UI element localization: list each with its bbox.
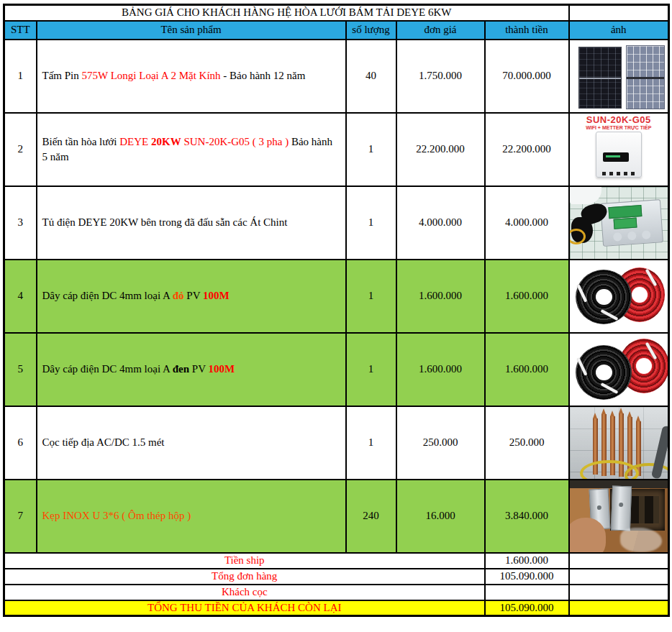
product-qty: 240 (346, 480, 396, 553)
product-qty: 1 (346, 113, 396, 186)
product-name-part: Biến tần hòa lưới (42, 136, 120, 147)
product-name-part: PV (184, 290, 203, 301)
inox-clamp-plate (610, 485, 631, 531)
product-unit-price: 4.000.000 (396, 186, 485, 260)
product-total: 1.600.000 (485, 333, 569, 406)
electrical-box-image (570, 187, 668, 259)
column-header-stt: STT (4, 21, 37, 40)
product-unit-price: 1.600.000 (396, 333, 485, 406)
summary-total (485, 585, 569, 600)
product-total: 3.840.000 (485, 480, 569, 553)
inverter-image: SUN-20K-G05 WIFI + METTER TRỰC TIẾP (570, 114, 668, 186)
summary-label: Khách cọc (4, 585, 485, 600)
summary-label: Tổng đơn hàng (4, 569, 485, 585)
summary-row: Tiền ship1.600.000 (4, 553, 669, 569)
inverter-ports (602, 172, 635, 175)
plastic-wrap (620, 528, 662, 552)
summary-total: 1.600.000 (485, 553, 569, 569)
column-header-image: ảnh (569, 21, 669, 40)
summary-row: TỔNG THU TIỀN CỦA KHÁCH CÒN LẠI105.090.0… (4, 600, 669, 616)
product-name-part: 20KW (151, 136, 181, 147)
row-index: 5 (4, 333, 37, 406)
row-index: 6 (4, 406, 37, 480)
title-row: BẢNG GIÁ CHO KHÁCH HÀNG HỆ HÒA LƯỚI BÁM … (4, 5, 669, 21)
product-unit-price: 22.200.000 (396, 113, 485, 186)
product-total: 1.600.000 (485, 260, 569, 333)
product-total: 70.000.000 (485, 40, 569, 113)
row-index: 4 (4, 260, 37, 333)
product-name-part: Dây cáp điện DC 4mm loại A (42, 290, 173, 301)
product-name-part: - Bảo hành 12 năm (221, 70, 306, 81)
solar-panel-dark (578, 47, 622, 109)
price-quote-page: BẢNG GIÁ CHO KHÁCH HÀNG HỆ HÒA LƯỚI BÁM … (0, 0, 672, 632)
summary-row: Tổng đơn hàng105.090.000 (4, 569, 669, 585)
product-name-part: PV (189, 363, 208, 375)
row-index: 1 (4, 40, 37, 113)
product-qty: 40 (346, 40, 396, 113)
product-name-part: SUN-20K-G05 ( 3 pha ) (181, 136, 291, 147)
product-image-cell (569, 406, 669, 480)
product-image-cell (569, 480, 669, 553)
price-table: BẢNG GIÁ CHO KHÁCH HÀNG HỆ HÒA LƯỚI BÁM … (3, 4, 670, 617)
summary-image-cell (569, 600, 669, 616)
page-title: BẢNG GIÁ CHO KHÁCH HÀNG HỆ HÒA LƯỚI BÁM … (4, 5, 569, 21)
product-name-part: Dây cáp điện DC 4mm loại A (42, 363, 173, 375)
solar-panels-image (570, 40, 668, 112)
product-qty: 1 (346, 406, 396, 480)
product-name: Kẹp INOX U 3*6 ( Ôm thép hộp ) (37, 480, 346, 553)
product-name: Cọc tiếp địa AC/DC 1.5 mét (37, 406, 346, 480)
product-image-cell: SUN-20K-G05 WIFI + METTER TRỰC TIẾP (569, 113, 669, 186)
column-header-unit-price: đơn giá (396, 21, 485, 40)
product-name: Dây cáp điện DC 4mm loại A đen PV 100M (37, 333, 346, 406)
table-row: 7Kẹp INOX U 3*6 ( Ôm thép hộp )24016.000… (4, 480, 669, 553)
product-unit-price: 16.000 (396, 480, 485, 553)
product-qty: 1 (346, 260, 396, 333)
row-index: 2 (4, 113, 37, 186)
table-row: 5Dây cáp điện DC 4mm loại A đen PV 100M1… (4, 333, 669, 406)
summary-image-cell (569, 553, 669, 569)
column-header-product: Tên sản phẩm (37, 21, 346, 40)
product-name-part: Tấm Pin (42, 70, 82, 81)
header-row: STT Tên sản phẩm số lượng đơn giá thành … (4, 21, 669, 40)
row-index: 3 (4, 186, 37, 260)
product-name-part: 100M (203, 290, 230, 301)
product-name-part: Cọc tiếp địa AC/DC 1.5 mét (42, 436, 165, 448)
product-name-part: đen (173, 363, 189, 375)
product-unit-price: 1.750.000 (396, 40, 485, 113)
hand (570, 518, 606, 552)
product-name-part: DEYE (119, 136, 151, 147)
product-name: Biến tần hòa lưới DEYE 20KW SUN-20K-G05 … (37, 113, 346, 186)
summary-total: 105.090.000 (485, 600, 569, 616)
product-name-part: đỏ (173, 290, 184, 301)
column-header-qty: số lượng (346, 21, 396, 40)
red-black-cable-coils-image (570, 260, 668, 332)
product-name: Dây cáp điện DC 4mm loại A đỏ PV 100M (37, 260, 346, 333)
table-row: 6Cọc tiếp địa AC/DC 1.5 mét1250.000250.0… (4, 406, 669, 480)
product-total: 4.000.000 (485, 186, 569, 260)
table-row: 3Tủ điện DEYE 20KW bên trong đã đấu sẵn … (4, 186, 669, 260)
summary-row: Khách cọc (4, 585, 669, 600)
title-row-empty-cell (569, 5, 669, 21)
summary-label: Tiền ship (4, 553, 485, 569)
summary-image-cell (569, 585, 669, 600)
product-unit-price: 1.600.000 (396, 260, 485, 333)
product-qty: 1 (346, 186, 396, 260)
product-image-cell (569, 260, 669, 333)
inverter-model-label: SUN-20K-G05 (570, 114, 668, 125)
inverter-body (596, 132, 642, 178)
copper-grounding-rods-image (570, 407, 668, 479)
product-name: Tấm Pin 575W Longi Loại A 2 Mặt Kính - B… (37, 40, 346, 113)
product-name-part: 575W Longi Loại A 2 Mặt Kính (82, 70, 221, 81)
summary-total: 105.090.000 (485, 569, 569, 585)
table-row: 2Biến tần hòa lưới DEYE 20KW SUN-20K-G05… (4, 113, 669, 186)
product-unit-price: 250.000 (396, 406, 485, 480)
electrical-box-body (600, 199, 663, 247)
inverter-subtitle-label: WIFI + METTER TRỰC TIẾP (570, 125, 668, 130)
black-red-cable-coils-image (570, 334, 668, 406)
table-row: 1Tấm Pin 575W Longi Loại A 2 Mặt Kính - … (4, 40, 669, 113)
product-image-cell (569, 40, 669, 113)
inox-clamp-image (570, 480, 668, 552)
product-name-part: Kẹp INOX U 3*6 ( Ôm thép hộp ) (42, 510, 191, 521)
product-qty: 1 (346, 333, 396, 406)
product-name-part: Tủ điện DEYE 20KW bên trong đã đấu sẵn c… (42, 216, 288, 228)
